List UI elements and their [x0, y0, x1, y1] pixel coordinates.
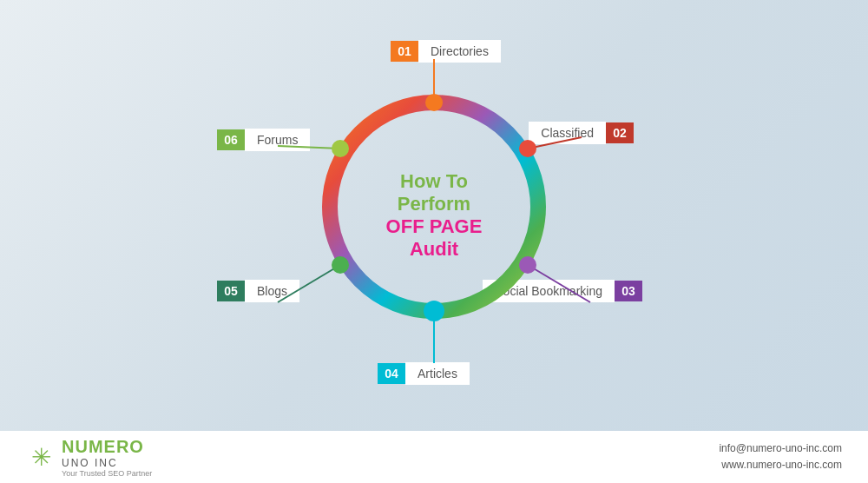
svg-line-3 [528, 265, 590, 302]
center-line3: OFF PAGE [365, 215, 503, 238]
main-content: How To Perform OFF PAGE Audit 01 Directo… [0, 0, 868, 431]
contact-info: info@numero-uno-inc.com www.numero-uno-i… [719, 440, 842, 473]
center-text: How To Perform OFF PAGE Audit [365, 170, 503, 261]
svg-line-6 [278, 146, 340, 149]
num-03: 03 [615, 281, 642, 301]
logo-numero: NUMERO [62, 437, 144, 457]
svg-point-8 [519, 140, 536, 157]
svg-point-9 [519, 256, 536, 274]
center-line1: How To [365, 170, 503, 193]
center-line2: Perform [365, 193, 503, 215]
diagram-container: How To Perform OFF PAGE Audit 01 Directo… [252, 33, 616, 398]
email: info@numero-uno-inc.com [719, 440, 842, 457]
svg-point-10 [424, 301, 444, 321]
svg-point-12 [332, 140, 349, 157]
logo-sun-icon: ✳ [31, 443, 51, 472]
svg-line-5 [278, 265, 340, 302]
website: www.numero-uno-inc.com [719, 457, 842, 473]
center-line4: Audit [365, 238, 503, 261]
logo-tagline: Your Trusted SEO Partner [62, 469, 152, 478]
footer: ✳ NUMERO UNO INC Your Trusted SEO Partne… [0, 431, 868, 483]
num-05: 05 [217, 281, 245, 301]
num-06: 06 [217, 129, 245, 150]
svg-point-11 [332, 256, 349, 274]
logo-uno-inc: UNO INC [62, 457, 152, 469]
svg-point-7 [425, 94, 443, 111]
logo-area: ✳ NUMERO UNO INC Your Trusted SEO Partne… [26, 437, 152, 478]
logo-text: NUMERO UNO INC Your Trusted SEO Partner [62, 437, 152, 478]
